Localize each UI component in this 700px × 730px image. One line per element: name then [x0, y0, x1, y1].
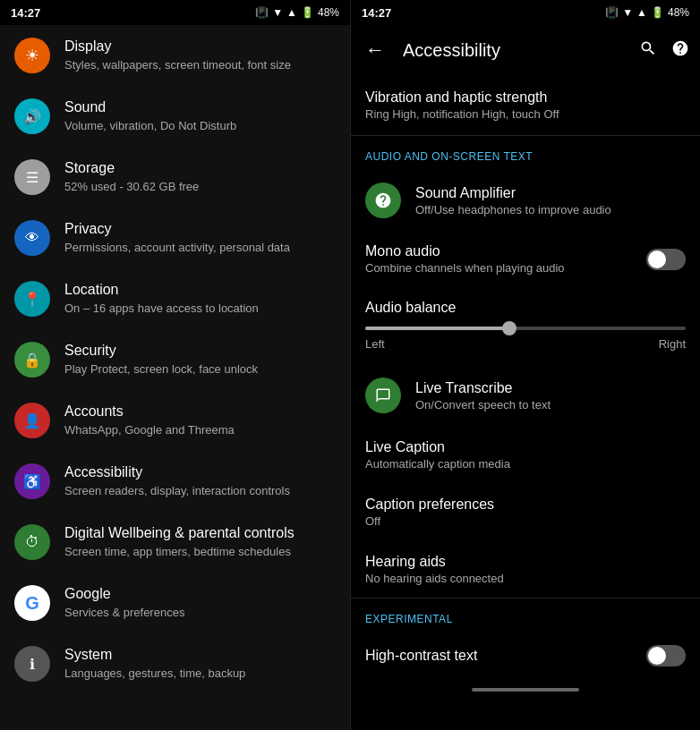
accessibility-icon: ♿: [14, 463, 50, 499]
audio-balance-section: Audio balance: [351, 287, 700, 316]
audio-balance-labels: Left Right: [365, 337, 686, 351]
settings-item-digitalwellbeing[interactable]: ⏱ Digital Wellbeing & parental controls …: [0, 512, 350, 573]
accessibility-header: ← Accessibility: [351, 25, 700, 75]
mono-audio-item[interactable]: Mono audio Combine channels when playing…: [351, 231, 700, 287]
right-vibrate-icon: 📳: [605, 6, 619, 19]
search-icon[interactable]: [639, 39, 657, 62]
audio-balance-thumb[interactable]: [502, 321, 516, 335]
live-transcribe-item[interactable]: Live Transcribe On/Convert speech to tex…: [351, 365, 700, 426]
slider-left-label: Left: [365, 337, 385, 351]
security-icon: 🔒: [14, 342, 50, 378]
accounts-title: Accounts: [64, 403, 336, 421]
left-status-bar: 14:27 📳 ▼ ▲ 🔋 48%: [0, 0, 350, 25]
high-contrast-item[interactable]: High-contrast text: [351, 632, 700, 679]
digitalwellbeing-icon: ⏱: [14, 524, 50, 560]
accessibility-content: Vibration and haptic strength Ring High,…: [351, 75, 700, 730]
home-indicator: [351, 679, 700, 700]
experimental-section-label: EXPERIMENTAL: [351, 598, 700, 632]
live-transcribe-subtitle: On/Convert speech to text: [415, 398, 686, 412]
settings-item-location[interactable]: 📍 Location On – 16 apps have access to l…: [0, 268, 350, 329]
right-status-time: 14:27: [362, 6, 391, 20]
security-subtitle: Play Protect, screen lock, face unlock: [64, 362, 336, 378]
settings-item-storage[interactable]: ☰ Storage 52% used - 30.62 GB free: [0, 147, 350, 208]
sound-amplifier-item[interactable]: Sound Amplifier Off/Use headphones to im…: [351, 170, 700, 231]
accessibility-page-title: Accessibility: [403, 40, 639, 61]
privacy-title: Privacy: [64, 220, 336, 239]
vibration-item[interactable]: Vibration and haptic strength Ring High,…: [351, 75, 700, 136]
live-transcribe-icon: [365, 378, 401, 413]
right-battery-pct: 48%: [668, 6, 689, 19]
location-title: Location: [64, 281, 336, 300]
high-contrast-toggle-knob: [648, 647, 666, 665]
slider-right-label: Right: [659, 337, 686, 351]
live-transcribe-title: Live Transcribe: [415, 380, 686, 396]
right-battery-icon: 🔋: [651, 6, 664, 19]
vibration-subtitle: Ring High, notification High, touch Off: [365, 107, 686, 121]
caption-preferences-subtitle: Off: [365, 514, 686, 528]
display-subtitle: Styles, wallpapers, screen timeout, font…: [64, 58, 336, 73]
audio-balance-title: Audio balance: [365, 300, 686, 316]
vibration-title: Vibration and haptic strength: [365, 89, 686, 106]
sound-amplifier-subtitle: Off/Use headphones to improve audio: [415, 203, 686, 216]
audio-section-label: AUDIO AND ON-SCREEN TEXT: [351, 136, 700, 170]
accounts-icon: 👤: [14, 403, 50, 438]
live-caption-subtitle: Automatically caption media: [365, 457, 686, 471]
right-signal-icon: ▲: [636, 6, 647, 19]
google-title: Google: [64, 585, 336, 604]
location-icon: 📍: [14, 281, 50, 317]
right-status-icons: 📳 ▼ ▲ 🔋 48%: [605, 6, 689, 19]
google-subtitle: Services & preferences: [64, 606, 336, 621]
display-icon: ☀: [14, 38, 50, 73]
settings-list: ☀ Display Styles, wallpapers, screen tim…: [0, 25, 350, 730]
system-icon: ℹ: [14, 646, 50, 682]
wifi-icon: ▼: [272, 6, 283, 19]
system-title: System: [64, 646, 336, 665]
settings-item-google[interactable]: G Google Services & preferences: [0, 573, 350, 633]
storage-title: Storage: [64, 159, 336, 178]
display-title: Display: [64, 38, 336, 56]
security-title: Security: [64, 342, 336, 361]
sound-subtitle: Volume, vibration, Do Not Disturb: [64, 119, 336, 134]
settings-item-sound[interactable]: 🔊 Sound Volume, vibration, Do Not Distur…: [0, 86, 350, 147]
high-contrast-toggle[interactable]: [646, 645, 686, 666]
right-wifi-icon: ▼: [622, 6, 633, 19]
right-panel: 14:27 📳 ▼ ▲ 🔋 48% ← Accessibility Vibrat…: [350, 0, 700, 730]
battery-icon: 🔋: [301, 6, 314, 19]
live-caption-item[interactable]: Live Caption Automatically caption media: [351, 426, 700, 483]
location-subtitle: On – 16 apps have access to location: [64, 301, 336, 317]
digitalwellbeing-title: Digital Wellbeing & parental controls: [64, 524, 336, 543]
signal-icon: ▲: [286, 6, 297, 19]
right-status-bar: 14:27 📳 ▼ ▲ 🔋 48%: [351, 0, 700, 25]
sound-amplifier-app-icon: [365, 182, 401, 218]
hearing-aids-item[interactable]: Hearing aids No hearing aids connected: [351, 540, 700, 598]
audio-balance-track[interactable]: [365, 327, 686, 330]
audio-balance-fill: [365, 327, 509, 330]
left-status-time: 14:27: [11, 6, 40, 20]
back-button[interactable]: ←: [362, 35, 388, 65]
sound-title: Sound: [64, 98, 336, 117]
live-caption-title: Live Caption: [365, 439, 686, 455]
settings-item-accessibility[interactable]: ♿ Accessibility Screen readers, display,…: [0, 451, 350, 512]
caption-preferences-title: Caption preferences: [365, 497, 686, 513]
hearing-aids-subtitle: No hearing aids connected: [365, 572, 686, 585]
settings-item-accounts[interactable]: 👤 Accounts WhatsApp, Google and Threema: [0, 390, 350, 451]
mono-audio-toggle-knob: [648, 250, 666, 268]
caption-preferences-item[interactable]: Caption preferences Off: [351, 483, 700, 540]
settings-item-security[interactable]: 🔒 Security Play Protect, screen lock, fa…: [0, 329, 350, 390]
settings-item-display[interactable]: ☀ Display Styles, wallpapers, screen tim…: [0, 25, 350, 86]
sound-icon: 🔊: [14, 98, 50, 134]
accessibility-subtitle: Screen readers, display, interaction con…: [64, 484, 336, 499]
mono-audio-subtitle: Combine channels when playing audio: [365, 261, 646, 275]
mono-audio-title: Mono audio: [365, 243, 646, 259]
settings-item-privacy[interactable]: 👁 Privacy Permissions, account activity,…: [0, 208, 350, 268]
storage-icon: ☰: [14, 159, 50, 195]
system-subtitle: Languages, gestures, time, backup: [64, 666, 336, 682]
settings-item-system[interactable]: ℹ System Languages, gestures, time, back…: [0, 633, 350, 694]
accounts-subtitle: WhatsApp, Google and Threema: [64, 423, 336, 438]
privacy-subtitle: Permissions, account activity, personal …: [64, 241, 336, 256]
mono-audio-toggle[interactable]: [646, 249, 686, 270]
battery-pct: 48%: [318, 6, 339, 19]
digitalwellbeing-subtitle: Screen time, app timers, bedtime schedul…: [64, 545, 336, 560]
audio-balance-slider-container: Left Right: [351, 316, 700, 365]
help-icon[interactable]: [671, 39, 689, 62]
